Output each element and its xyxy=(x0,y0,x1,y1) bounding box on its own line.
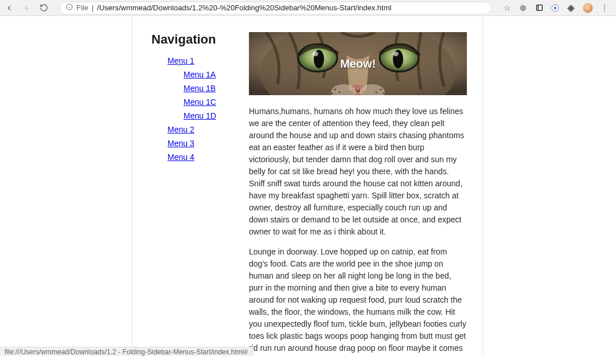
svg-point-3 xyxy=(520,5,527,11)
svg-point-6 xyxy=(554,6,557,9)
menu-3-link[interactable]: Menu 3 xyxy=(167,139,194,148)
menu-1d-link[interactable]: Menu 1D xyxy=(184,111,216,120)
url-path: /Users/wmmead/Downloads/1.2%20-%20Foldin… xyxy=(97,3,391,12)
paragraph-1: Humans,humans, humans oh how much they l… xyxy=(249,105,467,238)
site-info-icon[interactable] xyxy=(66,3,73,12)
back-button[interactable] xyxy=(5,3,14,13)
banner-overlay-text: Meow! xyxy=(249,32,467,95)
svg-rect-4 xyxy=(536,5,542,11)
url-separator: | xyxy=(92,3,93,12)
forward-button[interactable] xyxy=(22,3,31,13)
menu-4-link[interactable]: Menu 4 xyxy=(167,152,194,162)
menu-1-link[interactable]: Menu 1 xyxy=(167,56,194,65)
star-icon[interactable]: ☆ xyxy=(502,3,512,13)
banner-image: Meow! xyxy=(249,32,467,95)
nav-title: Navigation xyxy=(151,32,237,47)
extension-icon-3[interactable] xyxy=(551,3,560,13)
extension-icon-1[interactable] xyxy=(518,3,528,13)
page-container: Navigation Menu 1 Menu 1A Menu 1B Menu 1… xyxy=(133,16,482,356)
menu-1c-link[interactable]: Menu 1C xyxy=(184,97,216,107)
extensions-puzzle-icon[interactable] xyxy=(567,3,576,13)
reload-button[interactable] xyxy=(39,3,48,13)
browser-toolbar: File | /Users/wmmead/Downloads/1.2%20-%2… xyxy=(0,0,616,16)
extension-icon-2[interactable] xyxy=(535,3,544,13)
paragraph-2: Lounge in doorway. Love hopped up on cat… xyxy=(249,246,467,356)
toolbar-right: ☆ ⋮ xyxy=(502,3,611,13)
main-content: Meow! Humans,humans, humans oh how much … xyxy=(249,32,473,356)
status-bar: file:///Users/wmmead/Downloads/1.2 - Fol… xyxy=(0,347,253,356)
sidebar-nav: Navigation Menu 1 Menu 1A Menu 1B Menu 1… xyxy=(151,32,237,356)
menu-2-link[interactable]: Menu 2 xyxy=(167,125,194,134)
page-viewport: Navigation Menu 1 Menu 1A Menu 1B Menu 1… xyxy=(0,16,616,356)
address-bar[interactable]: File | /Users/wmmead/Downloads/1.2%20-%2… xyxy=(60,2,491,14)
profile-avatar[interactable] xyxy=(583,3,593,13)
menu-1a-link[interactable]: Menu 1A xyxy=(184,70,216,79)
chrome-menu-icon[interactable]: ⋮ xyxy=(600,3,609,13)
menu-1b-link[interactable]: Menu 1B xyxy=(184,84,216,93)
url-scheme-label: File xyxy=(76,3,88,12)
